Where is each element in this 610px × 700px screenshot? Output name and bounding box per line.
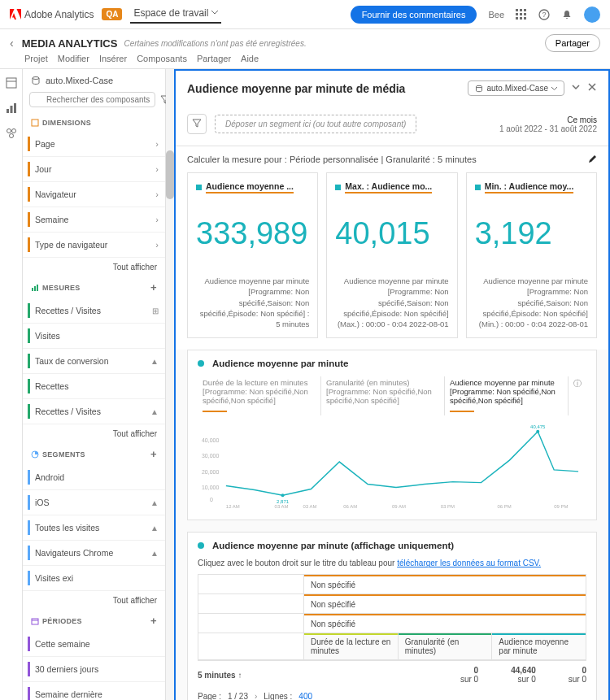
row-label: 5 minutes ↑: [198, 671, 242, 680]
metric-dot-icon: [335, 185, 341, 190]
share-button[interactable]: Partager: [545, 34, 600, 52]
show-all-dimensions[interactable]: Tout afficher: [23, 258, 165, 276]
segments-icon: [31, 450, 39, 459]
dimension-item[interactable]: Jour›: [23, 157, 165, 182]
org-name[interactable]: Bee: [488, 10, 504, 20]
measure-item[interactable]: Recettes: [23, 374, 165, 399]
add-measure-button[interactable]: +: [150, 281, 157, 293]
svg-text:06 PM: 06 PM: [497, 505, 511, 510]
measures-header: MESURES +: [23, 276, 165, 298]
segment-item[interactable]: Toutes les visites▲: [23, 515, 165, 541]
svg-rect-23: [32, 288, 33, 291]
card-value: 40,015: [335, 202, 448, 276]
collapse-icon[interactable]: [571, 82, 581, 94]
add-period-button[interactable]: +: [150, 615, 157, 627]
filter-button[interactable]: [187, 114, 207, 134]
dimension-item[interactable]: Navigateur›: [23, 182, 165, 207]
measure-item[interactable]: Recettes / Visites▲: [23, 399, 165, 424]
feedback-button[interactable]: Fournir des commentaires: [351, 6, 477, 24]
line-chart[interactable]: 40,000 30,000 20,000 10,000 0 2,871 40,4…: [188, 422, 596, 520]
period-item[interactable]: Semaine dernière: [23, 682, 165, 700]
menu-aide[interactable]: Aide: [241, 54, 259, 63]
project-title: MEDIA ANALYTICS: [22, 37, 118, 50]
suite-selector[interactable]: auto.Mixed-Case: [23, 69, 165, 92]
date-range-selector[interactable]: Ce mois 1 août 2022 - 31 août 2022: [499, 115, 597, 133]
adobe-icon: ▲: [150, 357, 159, 366]
segment-item[interactable]: iOS▲: [23, 490, 165, 515]
adobe-logo: [10, 9, 21, 20]
segment-item[interactable]: Android: [23, 465, 165, 490]
svg-text:09 PM: 09 PM: [554, 505, 568, 510]
dimension-item[interactable]: Type de navigateur›: [23, 233, 165, 258]
back-button[interactable]: ‹: [10, 37, 14, 50]
workspace-canvas: Audience moyenne par minute de média aut…: [174, 69, 610, 700]
menu-inserer[interactable]: Insérer: [99, 54, 127, 63]
bell-icon[interactable]: [561, 9, 573, 20]
svg-point-17: [11, 129, 15, 133]
measure-item[interactable]: Recettes / Visites⊞: [23, 298, 165, 324]
download-csv-link[interactable]: télécharger les données au format CSV.: [397, 559, 541, 567]
workspace-selector[interactable]: Espace de travail: [130, 6, 221, 24]
project-subtitle: Certaines modifications n'ont pas été en…: [124, 39, 306, 48]
table-header[interactable]: Durée de la lecture en minutes: [304, 633, 399, 659]
segment-item[interactable]: Visites exi: [23, 566, 165, 591]
apps-icon[interactable]: [516, 9, 527, 20]
show-all-measures[interactable]: Tout afficher: [23, 424, 165, 443]
menu-partager[interactable]: Partager: [197, 54, 231, 63]
legend-item[interactable]: Audience moyenne par minute [Programme: …: [445, 376, 569, 415]
segment-item[interactable]: Navigateurs Chrome▲: [23, 541, 165, 566]
menu-projet[interactable]: Projet: [24, 54, 48, 63]
svg-text:12 AM: 12 AM: [226, 505, 240, 510]
card-value: 333,989: [196, 202, 309, 276]
rows-selector[interactable]: 400: [298, 692, 312, 700]
database-icon: [31, 76, 41, 85]
svg-rect-22: [32, 120, 38, 126]
panel-title: Audience moyenne par minute de média: [187, 82, 468, 95]
segment-dropzone[interactable]: Déposer un segment ici (ou tout autre co…: [215, 115, 416, 133]
visualizations-icon[interactable]: [6, 102, 17, 116]
legend-item[interactable]: Durée de la lecture en minutes [Programm…: [198, 376, 321, 415]
menu-composants[interactable]: Composants: [137, 54, 187, 63]
dimension-item[interactable]: Semaine›: [23, 207, 165, 233]
svg-text:03 AM: 03 AM: [303, 505, 316, 510]
table-header[interactable]: Audience moyenne par minute: [492, 633, 586, 659]
add-segment-button[interactable]: +: [150, 448, 157, 460]
chevron-right-icon: ›: [155, 164, 159, 174]
svg-rect-15: [14, 103, 16, 113]
svg-rect-7: [520, 17, 522, 20]
svg-rect-6: [516, 17, 518, 20]
scrollbar[interactable]: [166, 69, 174, 700]
components-icon[interactable]: [6, 128, 17, 141]
summary-card-min: Min. : Audience moy... 3,192 Audience mo…: [466, 172, 597, 338]
period-item[interactable]: Cette semaine: [23, 632, 165, 657]
metric-dot-icon: [475, 185, 481, 190]
summary-card-avg: Audience moyenne ... 333,989 Audience mo…: [187, 172, 318, 338]
dimensions-header: DIMENSIONS: [23, 114, 165, 132]
svg-rect-14: [10, 106, 12, 113]
dimension-item[interactable]: Page›: [23, 132, 165, 157]
search-input[interactable]: [29, 92, 155, 107]
svg-text:06 AM: 06 AM: [343, 505, 357, 510]
close-icon[interactable]: [587, 82, 597, 94]
svg-text:30,000: 30,000: [202, 454, 219, 459]
legend-item[interactable]: Granularité (en minutes) [Programme: Non…: [321, 376, 445, 415]
table-header[interactable]: Granularité (en minutes): [399, 633, 493, 659]
menu-bar: Projet Modifier Insérer Composants Parta…: [0, 54, 610, 68]
menu-modifier[interactable]: Modifier: [58, 54, 89, 63]
avatar[interactable]: [584, 7, 600, 23]
info-icon[interactable]: ⓘ: [569, 376, 586, 415]
panels-icon[interactable]: [6, 77, 17, 91]
chevron-down-icon: [551, 87, 557, 90]
measure-item[interactable]: Taux de conversion▲: [23, 349, 165, 374]
show-all-segments[interactable]: Tout afficher: [23, 591, 165, 610]
help-icon[interactable]: ?: [538, 9, 550, 20]
svg-rect-13: [7, 109, 9, 113]
page-indicator[interactable]: 1 / 23: [228, 692, 248, 700]
period-item[interactable]: 30 derniers jours: [23, 657, 165, 682]
chevron-right-icon: ›: [155, 215, 159, 224]
edit-icon[interactable]: [587, 154, 597, 164]
panel-suite-selector[interactable]: auto.Mixed-Case: [468, 80, 564, 96]
table-row: Non spécifié: [304, 575, 586, 593]
measure-item[interactable]: Visites: [23, 324, 165, 349]
svg-rect-4: [520, 13, 522, 15]
